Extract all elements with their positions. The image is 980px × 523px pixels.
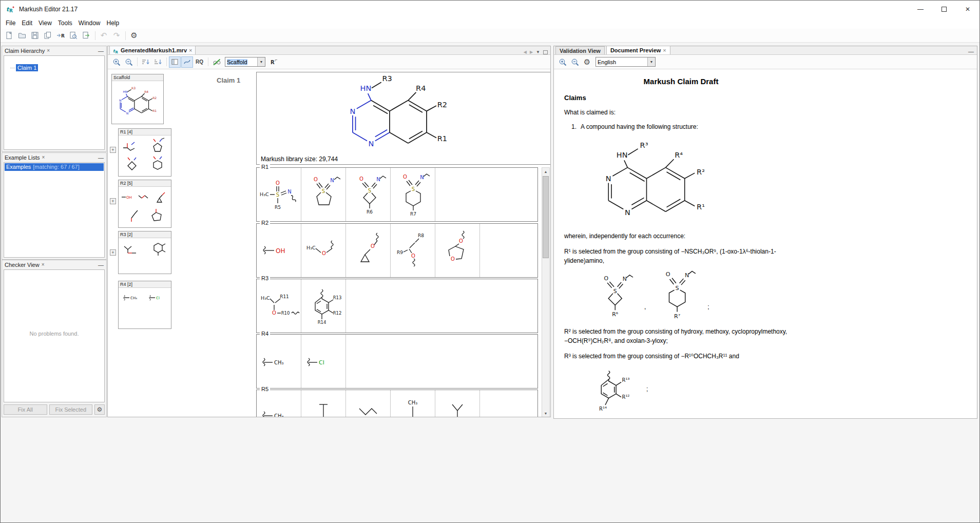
scaffold-structure[interactable]: N N HN R3 R4 R2 R1 (334, 72, 462, 157)
checker-settings-button[interactable]: ⚙ (94, 404, 105, 415)
r3-cell-2[interactable]: R13 R12 R14 (301, 279, 346, 333)
rgroup-export-button[interactable]: R (54, 30, 67, 42)
r3-mini-structure[interactable] (120, 239, 144, 259)
open-button[interactable] (16, 30, 28, 42)
export-button[interactable] (80, 30, 92, 42)
r2-mini-structure[interactable] (148, 206, 164, 225)
menu-edit[interactable]: Edit (18, 18, 35, 28)
scroll-up-button[interactable]: ▲ (542, 168, 549, 176)
maximize-button[interactable] (932, 1, 956, 17)
close-button[interactable]: ✕ (956, 1, 979, 17)
r4-cell-1[interactable]: CH₃ (257, 335, 301, 388)
r3-mini-structure[interactable] (146, 239, 169, 259)
minimize-icon[interactable]: — (98, 48, 104, 54)
r2-thumbnail-box[interactable]: R2 [5] OH (118, 180, 171, 228)
scaffold-thumbnail-box[interactable]: Scaffold N N HN R3 R4 R2 R1 (111, 74, 164, 124)
scroll-tabs-left-icon[interactable]: ◀ (524, 50, 527, 54)
search-document-button[interactable] (67, 30, 80, 42)
settings-button[interactable]: ⚙ (128, 30, 140, 42)
undo-button[interactable]: ↶ (98, 30, 110, 42)
r4-cell-2[interactable]: Cl (301, 335, 346, 388)
r5-cell-5[interactable] (435, 390, 480, 417)
r1-mini-structure[interactable] (120, 156, 144, 175)
menu-view[interactable]: View (35, 18, 55, 28)
r2-mini-structure[interactable] (125, 206, 142, 225)
chevron-down-icon[interactable]: ▼ (647, 57, 655, 66)
r5-cell-3[interactable] (346, 390, 391, 417)
language-combobox[interactable]: English ▼ (595, 57, 656, 67)
view-filter-button[interactable] (210, 56, 222, 68)
r1-mini-structure[interactable] (146, 156, 169, 175)
tab-list-dropdown-icon[interactable]: ▼ (536, 50, 540, 54)
layout-toggle-button[interactable] (169, 56, 181, 68)
r1-mini-structure[interactable] (120, 137, 144, 156)
minimize-icon[interactable]: — (968, 48, 977, 54)
r1-mini-structure[interactable] (146, 137, 169, 156)
zoom-out-button[interactable] (123, 56, 134, 68)
r5-cell-2[interactable] (301, 390, 346, 417)
r5-cell-1[interactable]: CH₃ (257, 390, 301, 417)
zoom-in-button[interactable] (110, 56, 122, 68)
sort-descending-button[interactable] (152, 56, 164, 68)
scaffold-canvas[interactable]: N N HN R3 R4 R2 R1 Markush library size:… (256, 72, 550, 165)
expand-r1-button[interactable]: + (110, 147, 116, 153)
preview-zoom-in-button[interactable] (556, 56, 568, 68)
r4-mini-structure[interactable]: Cl (146, 289, 169, 308)
scrollbar-thumb[interactable] (543, 176, 549, 258)
r4-thumbnail-box[interactable]: R4 [2] CH₃ Cl (118, 281, 171, 329)
duplicate-button[interactable] (42, 30, 54, 42)
sort-ascending-button[interactable] (140, 56, 151, 68)
r2-cell-5[interactable]: O O (435, 224, 480, 277)
r2-mini-structure[interactable] (137, 188, 153, 206)
r2-mini-structure[interactable]: OH (120, 188, 136, 206)
r3-thumbnail-box[interactable]: R3 [2] (118, 231, 171, 274)
r2-cell-1[interactable]: OH (257, 224, 301, 277)
r2-cell-3[interactable]: O (346, 224, 391, 277)
scaffold-thumbnail-structure[interactable]: N N HN R3 R4 R2 R1 (113, 84, 162, 118)
redo-button[interactable]: ↷ (110, 30, 123, 42)
view-mode-combobox[interactable]: Scaffold ▼ (225, 57, 265, 67)
minimize-button[interactable]: — (909, 1, 932, 17)
scroll-tabs-right-icon[interactable]: ▶ (530, 50, 533, 54)
menu-help[interactable]: Help (104, 18, 123, 28)
menu-tools[interactable]: Tools (55, 18, 75, 28)
save-button[interactable] (29, 30, 41, 42)
r1-cell-3[interactable]: S O N R6 (346, 168, 391, 221)
examples-list-row[interactable]: Examples[matching: 67 / 67] (5, 163, 104, 171)
minimize-icon[interactable]: — (98, 154, 104, 161)
close-icon[interactable]: × (189, 47, 192, 53)
tree-item-claim-1[interactable]: Claim 1 (16, 64, 38, 71)
preview-zoom-out-button[interactable] (569, 56, 581, 68)
tab-validation-view[interactable]: Validation View (555, 46, 605, 54)
r5-cell-4[interactable]: CH₃ (391, 390, 435, 417)
freehand-toggle-button[interactable] (181, 56, 193, 68)
r1-cell-1[interactable]: H₃C S O N R5 (257, 168, 301, 221)
minimize-icon[interactable]: — (98, 262, 104, 268)
tab-document-preview[interactable]: Document Preview × (606, 46, 670, 54)
expand-r2-button[interactable]: + (110, 198, 116, 204)
close-icon[interactable]: × (42, 262, 45, 267)
chevron-down-icon[interactable]: ▼ (257, 57, 265, 66)
r1-cell-4[interactable]: S O N R7 (391, 168, 435, 221)
scroll-down-button[interactable]: ▼ (542, 410, 549, 417)
close-icon[interactable]: × (42, 154, 45, 160)
r4-mini-structure[interactable]: CH₃ (120, 289, 144, 308)
rgroup-scrollbar[interactable]: ▲ ▼ (542, 167, 550, 417)
expand-r3-button[interactable]: + (110, 249, 116, 256)
menu-window[interactable]: Window (75, 18, 104, 28)
close-icon[interactable]: × (47, 48, 50, 53)
r2-cell-2[interactable]: H₃C O (301, 224, 346, 277)
r2-cell-4[interactable]: R8 R9 O (391, 224, 435, 277)
menu-file[interactable]: File (3, 18, 18, 28)
rq-button[interactable]: RQ (194, 56, 205, 68)
fix-all-button[interactable]: Fix All (4, 404, 47, 415)
rgroup-tool-button[interactable]: R (267, 56, 279, 68)
r1-thumbnail-box[interactable]: R1 [4] (118, 128, 171, 177)
r1-cell-2[interactable]: S O N (301, 168, 346, 221)
fix-selected-button[interactable]: Fix Selected (49, 404, 93, 415)
tab-generatedmarkush1[interactable]: tR GeneratedMarkush1.mrv × (109, 46, 196, 54)
preview-settings-button[interactable]: ⚙ (581, 56, 593, 68)
r3-cell-1[interactable]: H₃C R11 O R10 (257, 279, 301, 333)
new-document-button[interactable] (3, 30, 15, 42)
close-icon[interactable]: × (663, 47, 666, 53)
